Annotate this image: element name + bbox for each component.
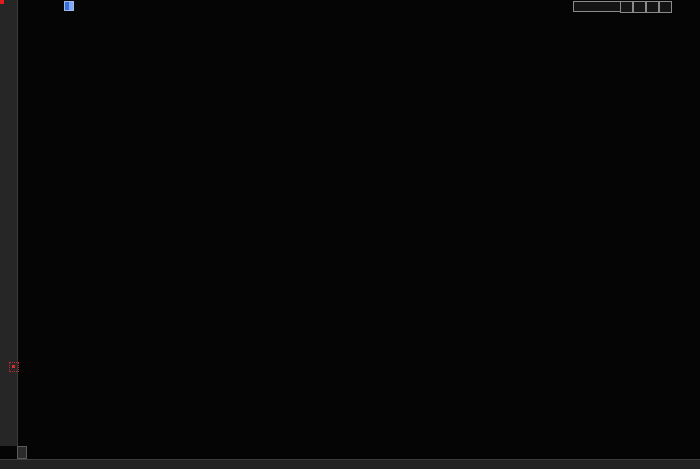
period-selector-button[interactable] (17, 446, 27, 459)
layout-grid-icon[interactable] (620, 1, 633, 13)
indicator-icon (64, 1, 74, 11)
macd-header (59, 276, 77, 287)
layout-close-icon[interactable] (659, 1, 672, 13)
kdj-header (59, 370, 77, 381)
chart-header (59, 1, 99, 13)
layout-hsplit-icon[interactable] (633, 1, 646, 13)
candlestick-chart[interactable] (0, 0, 700, 469)
chart-app (0, 0, 700, 469)
layout-single-icon[interactable] (646, 1, 659, 13)
sidebar-tabs (0, 0, 18, 446)
theme-dropdown[interactable] (573, 1, 622, 12)
bottom-toolbar (0, 459, 700, 469)
panel-settings-icon[interactable] (9, 362, 19, 372)
